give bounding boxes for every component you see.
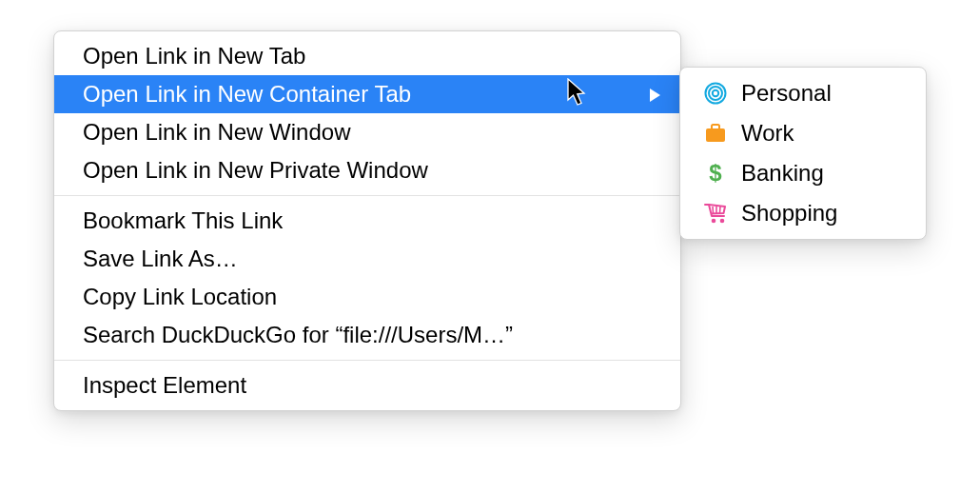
svg-line-9 (720, 207, 721, 213)
svg-text:$: $ (709, 162, 722, 185)
menu-item-open-new-container-tab[interactable]: Open Link in New Container Tab (54, 75, 680, 113)
menu-item-label: Inspect Element (83, 372, 246, 399)
menu-item-copy-link-location[interactable]: Copy Link Location (54, 278, 680, 316)
menu-item-label: Bookmark This Link (83, 207, 283, 234)
briefcase-icon (703, 121, 728, 146)
menu-item-open-new-tab[interactable]: Open Link in New Tab (54, 37, 680, 75)
menu-item-label: Open Link in New Window (83, 119, 350, 146)
container-item-personal[interactable]: Personal (680, 73, 926, 113)
svg-point-10 (712, 219, 716, 224)
container-submenu: Personal Work $ Banking (679, 67, 927, 240)
menu-item-save-link-as[interactable]: Save Link As… (54, 240, 680, 278)
menu-item-label: Open Link in New Tab (83, 43, 305, 69)
container-label: Personal (741, 80, 832, 107)
submenu-arrow-icon (650, 81, 661, 108)
menu-item-search-duckduckgo[interactable]: Search DuckDuckGo for “file:///Users/M…” (54, 316, 680, 354)
container-item-work[interactable]: Work (680, 113, 926, 153)
container-item-banking[interactable]: $ Banking (680, 153, 926, 193)
container-item-shopping[interactable]: Shopping (680, 193, 926, 233)
container-label: Shopping (741, 200, 837, 227)
context-menu: Open Link in New Tab Open Link in New Co… (53, 30, 681, 411)
menu-item-label: Copy Link Location (83, 284, 277, 310)
dollar-icon: $ (703, 161, 728, 186)
svg-point-2 (709, 87, 722, 100)
svg-point-11 (720, 219, 725, 224)
cart-icon (703, 201, 728, 226)
container-label: Work (741, 120, 794, 147)
svg-marker-0 (650, 89, 660, 102)
svg-line-7 (713, 207, 714, 213)
container-label: Banking (741, 160, 824, 187)
menu-item-open-new-private-window[interactable]: Open Link in New Private Window (54, 151, 680, 189)
menu-item-bookmark-link[interactable]: Bookmark This Link (54, 202, 680, 240)
svg-point-1 (713, 90, 718, 96)
menu-item-label: Open Link in New Container Tab (83, 81, 411, 108)
fingerprint-icon (703, 81, 728, 106)
svg-rect-5 (712, 125, 719, 129)
menu-item-label: Search DuckDuckGo for “file:///Users/M…” (83, 322, 513, 348)
menu-item-label: Open Link in New Private Window (83, 157, 428, 184)
menu-item-label: Save Link As… (83, 246, 238, 272)
svg-rect-4 (706, 128, 725, 142)
menu-separator (54, 195, 680, 196)
menu-item-inspect-element[interactable]: Inspect Element (54, 366, 680, 404)
menu-separator (54, 360, 680, 361)
menu-item-open-new-window[interactable]: Open Link in New Window (54, 113, 680, 151)
